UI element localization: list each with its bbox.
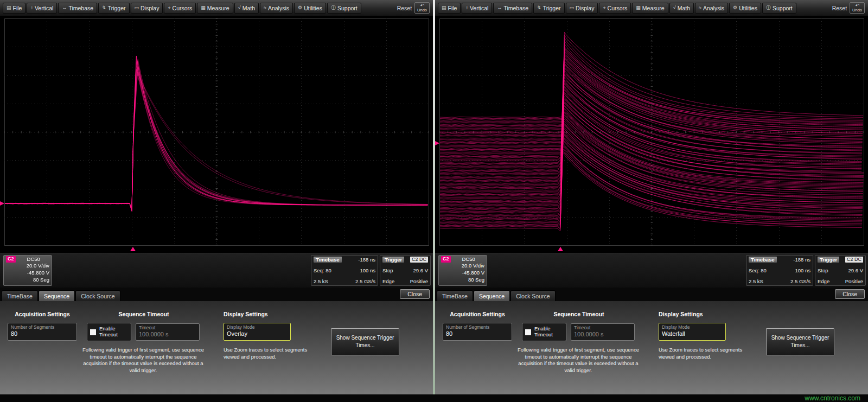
menu-item-analysis[interactable]: ≈Analysis [260, 3, 293, 14]
menu-item-math[interactable]: √Math [669, 3, 694, 14]
reset-label[interactable]: Reset [397, 5, 412, 11]
show-sequence-trigger-times-button[interactable]: Show Sequence Trigger Times... [766, 328, 834, 355]
menu-item-trigger[interactable]: ↯Trigger [533, 3, 564, 14]
timeout-help-text: Following valid trigger of first segment… [516, 347, 640, 374]
reset-label[interactable]: Reset [832, 5, 847, 11]
menu-label: Vertical [470, 5, 488, 11]
timeout-label: Timeout [574, 325, 631, 330]
channel-offset-marker[interactable] [0, 201, 4, 206]
sequence-dialog-body: Acquisition Settings Number of Segments … [435, 301, 868, 394]
timebase-icon: ↔ [497, 5, 502, 10]
timebase-delay: -188 ns [358, 257, 375, 263]
waveform-display[interactable] [0, 16, 433, 253]
timeout-input[interactable]: Timeout 100.0000 s [571, 323, 635, 341]
timebase-icon: ↔ [62, 5, 67, 10]
undo-button[interactable]: ↶Undo [414, 2, 430, 14]
menu-item-file[interactable]: ▤File [438, 3, 461, 14]
menu-item-utilities[interactable]: ⚙Utilities [294, 3, 326, 14]
waveform-canvas [435, 16, 868, 253]
channel-segments: 80 Seg [6, 277, 49, 284]
menu-item-analysis[interactable]: ≈Analysis [695, 3, 728, 14]
channel-offset-marker[interactable] [435, 141, 439, 145]
tab-timebase[interactable]: TimeBase [437, 290, 473, 301]
channel-descriptor[interactable]: C2DC50 20.0 V/div -45.800 V 80 Seg [438, 255, 487, 286]
menu-label: Measure [207, 5, 229, 11]
channel-segments: 80 Seg [441, 277, 484, 284]
menu-label: Display [576, 5, 594, 11]
checkbox-icon[interactable] [90, 329, 97, 336]
menu-item-math[interactable]: √Math [234, 3, 259, 14]
tab-timebase[interactable]: TimeBase [2, 290, 38, 301]
analysis-icon: ≈ [699, 5, 701, 10]
display-mode-select[interactable]: Display Mode Waterfall [659, 323, 726, 341]
menu-item-utilities[interactable]: ⚙Utilities [729, 3, 761, 14]
timebase-rate: 2.5 GS/s [790, 278, 810, 284]
enable-timeout-checkbox[interactable]: Enable Timeout [522, 323, 566, 341]
channel-scale: 20.0 V/div [441, 263, 484, 270]
acquisition-settings-title: Acquisition Settings [439, 311, 515, 317]
menu-item-display[interactable]: ▭Display [131, 3, 163, 14]
tab-sequence[interactable]: Sequence [474, 290, 510, 301]
channel-offset: -45.800 V [441, 270, 484, 277]
menu-item-display[interactable]: ▭Display [566, 3, 598, 14]
number-of-segments-input[interactable]: Number of Segments 80 [443, 323, 512, 341]
menu-label: Cursors [173, 5, 193, 11]
timebase-summary[interactable]: Timebase-188 ns Seq: 80100 ns 2.5 kS2.5 … [311, 255, 378, 286]
display-mode-select[interactable]: Display Mode Overlay [224, 323, 291, 341]
close-button[interactable]: Close [400, 289, 430, 299]
number-of-segments-label: Number of Segments [446, 324, 509, 330]
menu-label: Measure [642, 5, 665, 11]
sequence-timeout-title: Sequence Timeout [522, 311, 636, 317]
tab-clock-source[interactable]: Clock Source [510, 290, 555, 301]
close-button[interactable]: Close [835, 289, 865, 299]
timebase-dialog: TimeBase Sequence Clock Source Close Acq… [435, 288, 868, 394]
menu-item-measure[interactable]: ▦Measure [632, 3, 668, 14]
trigger-position-marker[interactable] [558, 247, 563, 251]
channel-badge: C2 [441, 256, 451, 263]
menu-item-support[interactable]: ⓘSupport [762, 3, 796, 14]
menu-item-trigger[interactable]: ↯Trigger [98, 3, 129, 14]
timebase-samples: 2.5 kS [749, 278, 763, 284]
menu-item-support[interactable]: ⓘSupport [327, 3, 361, 14]
show-sequence-trigger-times-button[interactable]: Show Sequence Trigger Times... [331, 328, 399, 355]
utilities-icon: ⚙ [733, 5, 737, 10]
menu-item-cursors[interactable]: ⌖Cursors [599, 3, 631, 14]
timebase-summary[interactable]: Timebase-188 ns Seq: 80100 ns 2.5 kS2.5 … [746, 255, 813, 286]
trigger-level: 29.6 V [413, 267, 428, 273]
support-icon: ⓘ [331, 5, 336, 10]
menu-item-cursors[interactable]: ⌖Cursors [164, 3, 196, 14]
timebase-interval: 100 ns [795, 267, 810, 273]
menu-bar: ▤File ↕Vertical ↔Timebase ↯Trigger ▭Disp… [0, 0, 433, 16]
menu-label: Analysis [703, 5, 724, 11]
enable-timeout-checkbox[interactable]: Enable Timeout [87, 323, 131, 341]
timeout-input[interactable]: Timeout 100.0000 s [136, 323, 200, 341]
menu-item-measure[interactable]: ▦Measure [197, 3, 233, 14]
menu-bar: ▤File ↕Vertical ↔Timebase ↯Trigger ▭Disp… [435, 0, 868, 16]
tab-clock-source[interactable]: Clock Source [75, 290, 120, 301]
trigger-summary[interactable]: TriggerC2 DC Stop29.6 V EdgePositive [380, 255, 431, 286]
waveform-display[interactable] [435, 16, 868, 253]
checkbox-icon[interactable] [525, 329, 532, 336]
menu-item-vertical[interactable]: ↕Vertical [462, 3, 492, 14]
menu-item-timebase[interactable]: ↔Timebase [493, 3, 532, 14]
channel-descriptor[interactable]: C2DC50 20.0 V/div -45.800 V 80 Seg [3, 255, 52, 286]
menu-item-vertical[interactable]: ↕Vertical [27, 3, 57, 14]
acquisition-settings-title: Acquisition Settings [4, 311, 80, 317]
undo-button[interactable]: ↶Undo [850, 2, 865, 14]
trigger-summary[interactable]: TriggerC2 DC Stop29.6 V EdgePositive [815, 255, 866, 286]
trigger-level: 29.6 V [848, 267, 863, 273]
trigger-type: Edge [818, 278, 829, 284]
menu-item-file[interactable]: ▤File [3, 3, 25, 14]
channel-scale: 20.0 V/div [6, 263, 49, 270]
timeout-value: 100.0000 s [574, 330, 631, 338]
number-of-segments-input[interactable]: Number of Segments 80 [8, 323, 77, 341]
cursors-icon: ⌖ [603, 5, 605, 10]
menu-label: File [13, 5, 22, 11]
trigger-source: C2 DC [410, 257, 428, 263]
utilities-icon: ⚙ [298, 5, 302, 10]
display-icon: ▭ [570, 5, 575, 10]
trigger-position-marker[interactable] [130, 247, 136, 251]
tab-sequence[interactable]: Sequence [39, 290, 75, 301]
menu-item-timebase[interactable]: ↔Timebase [58, 3, 97, 14]
display-mode-value: Overlay [227, 330, 288, 337]
